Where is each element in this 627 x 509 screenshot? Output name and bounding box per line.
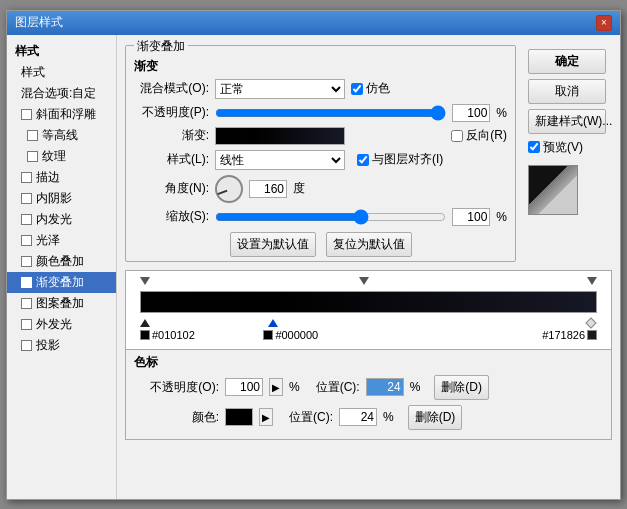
- gradient-bar[interactable]: [215, 127, 345, 145]
- reverse-checkbox-label[interactable]: 反向(R): [451, 127, 507, 144]
- scale-unit: %: [496, 210, 507, 224]
- set-default-button[interactable]: 设置为默认值: [230, 232, 316, 257]
- stop-color-row: 颜色: ▶ 位置(C): % 删除(D): [134, 405, 603, 430]
- stop-text-mid: #000000: [275, 329, 318, 341]
- blend-mode-row: 混合模式(O): 正常 仿色: [134, 79, 507, 99]
- gradient-editor-panel: #010102 #000000 #171826: [125, 270, 612, 350]
- preview-label: 预览(V): [543, 139, 583, 156]
- stop-opacity-label: 不透明度(O):: [134, 379, 219, 396]
- dither-checkbox-label[interactable]: 仿色: [351, 80, 390, 97]
- new-style-button[interactable]: 新建样式(W)...: [528, 109, 606, 134]
- preview-checkbox-label[interactable]: 预览(V): [528, 139, 606, 156]
- reset-default-button[interactable]: 复位为默认值: [326, 232, 412, 257]
- stop-color-arrow[interactable]: ▶: [259, 408, 273, 426]
- reverse-checkbox[interactable]: [451, 130, 463, 142]
- opacity-input[interactable]: [452, 104, 490, 122]
- sidebar-item-styles[interactable]: 样式: [7, 62, 116, 83]
- sidebar-item-inner-glow[interactable]: 内发光: [7, 209, 116, 230]
- stroke-checkbox[interactable]: [21, 172, 32, 183]
- sidebar-item-contour[interactable]: 等高线: [7, 125, 116, 146]
- style-select[interactable]: 线性: [215, 150, 345, 170]
- color-stop-section: 色标 不透明度(O): ▶ % 位置(C): % 删除(D) 颜色: ▶: [125, 350, 612, 440]
- satin-checkbox[interactable]: [21, 235, 32, 246]
- dialog-body: 样式 样式 混合选项:自定 斜面和浮雕 等高线 纹理 描边: [7, 35, 620, 499]
- right-buttons-panel: 确定 取消 新建样式(W)... 预览(V): [522, 41, 612, 262]
- ok-button[interactable]: 确定: [528, 49, 606, 74]
- stop-pos-input1[interactable]: [366, 378, 404, 396]
- contour-checkbox[interactable]: [27, 130, 38, 141]
- stop-text-right: #171826: [542, 329, 585, 341]
- gradient-main-bar[interactable]: [140, 291, 597, 313]
- outer-glow-checkbox[interactable]: [21, 319, 32, 330]
- opacity-handle-left[interactable]: [140, 277, 150, 285]
- stop-opacity-unit: %: [289, 380, 300, 394]
- color-handle-left[interactable]: [140, 319, 150, 327]
- satin-label: 光泽: [36, 232, 60, 249]
- sidebar-item-blending[interactable]: 混合选项:自定: [7, 83, 116, 104]
- sidebar-title: 样式: [7, 41, 116, 62]
- sidebar-item-outer-glow[interactable]: 外发光: [7, 314, 116, 335]
- opacity-slider-container: [215, 105, 446, 121]
- stop-color-swatch[interactable]: [225, 408, 253, 426]
- inner-glow-checkbox[interactable]: [21, 214, 32, 225]
- gradient-row: 渐变: 反向(R): [134, 127, 507, 145]
- dither-label: 仿色: [366, 80, 390, 97]
- preview-checkbox[interactable]: [528, 141, 540, 153]
- color-overlay-label: 颜色叠加: [36, 253, 84, 270]
- sidebar-item-stroke[interactable]: 描边: [7, 167, 116, 188]
- color-overlay-checkbox[interactable]: [21, 256, 32, 267]
- gradient-overlay-checkbox[interactable]: [21, 277, 32, 288]
- title-bar: 图层样式 ×: [7, 11, 620, 35]
- cancel-button[interactable]: 取消: [528, 79, 606, 104]
- sidebar-item-pattern-overlay[interactable]: 图案叠加: [7, 293, 116, 314]
- stop-delete-btn1[interactable]: 删除(D): [434, 375, 489, 400]
- sidebar: 样式 样式 混合选项:自定 斜面和浮雕 等高线 纹理 描边: [7, 35, 117, 499]
- opacity-handle-right[interactable]: [587, 277, 597, 285]
- bevel-checkbox[interactable]: [21, 109, 32, 120]
- contour-label: 等高线: [42, 127, 78, 144]
- angle-label: 角度(N):: [134, 180, 209, 197]
- stop-pos-unit2: %: [383, 410, 394, 424]
- drop-shadow-checkbox[interactable]: [21, 340, 32, 351]
- opacity-label: 不透明度(P):: [134, 104, 209, 121]
- sidebar-item-color-overlay[interactable]: 颜色叠加: [7, 251, 116, 272]
- color-stop-title: 色标: [134, 354, 603, 371]
- opacity-row: 不透明度(P): %: [134, 104, 507, 122]
- angle-input[interactable]: [249, 180, 287, 198]
- angle-dial[interactable]: [215, 175, 243, 203]
- blend-mode-label: 混合模式(O):: [134, 80, 209, 97]
- close-button[interactable]: ×: [596, 15, 612, 31]
- blend-mode-select[interactable]: 正常: [215, 79, 345, 99]
- stop-opacity-input[interactable]: [225, 378, 263, 396]
- gradient-label: 渐变:: [134, 127, 209, 144]
- layer-style-dialog: 图层样式 × 样式 样式 混合选项:自定 斜面和浮雕 等高线 纹理: [6, 10, 621, 500]
- angle-unit: 度: [293, 180, 305, 197]
- color-handle-mid[interactable]: [268, 319, 278, 327]
- inner-shadow-checkbox[interactable]: [21, 193, 32, 204]
- stop-text-left: #010102: [152, 329, 195, 341]
- texture-checkbox[interactable]: [27, 151, 38, 162]
- align-checkbox[interactable]: [357, 154, 369, 166]
- dialog-title: 图层样式: [15, 14, 63, 31]
- stop-opacity-arrow[interactable]: ▶: [269, 378, 283, 396]
- sidebar-item-inner-shadow[interactable]: 内阴影: [7, 188, 116, 209]
- sidebar-item-gradient-overlay[interactable]: 渐变叠加: [7, 272, 116, 293]
- scale-slider[interactable]: [215, 209, 446, 225]
- opacity-handle-mid[interactable]: [359, 277, 369, 285]
- sidebar-item-texture[interactable]: 纹理: [7, 146, 116, 167]
- pattern-overlay-checkbox[interactable]: [21, 298, 32, 309]
- stop-pos-input2[interactable]: [339, 408, 377, 426]
- stop-delete-btn2[interactable]: 删除(D): [408, 405, 463, 430]
- pattern-overlay-label: 图案叠加: [36, 295, 84, 312]
- scale-input[interactable]: [452, 208, 490, 226]
- texture-label: 纹理: [42, 148, 66, 165]
- sidebar-item-satin[interactable]: 光泽: [7, 230, 116, 251]
- opacity-slider[interactable]: [215, 105, 446, 121]
- inner-glow-label: 内发光: [36, 211, 72, 228]
- sidebar-item-bevel[interactable]: 斜面和浮雕: [7, 104, 116, 125]
- angle-indicator: [217, 189, 227, 194]
- dither-checkbox[interactable]: [351, 83, 363, 95]
- align-checkbox-label[interactable]: 与图层对齐(I): [357, 151, 443, 168]
- scale-label: 缩放(S):: [134, 208, 209, 225]
- sidebar-item-drop-shadow[interactable]: 投影: [7, 335, 116, 356]
